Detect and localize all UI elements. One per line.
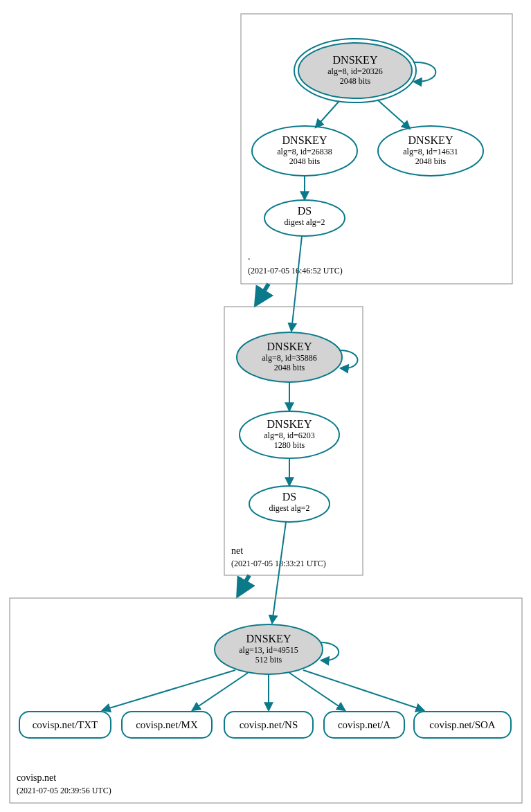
svg-text:2048 bits: 2048 bits <box>274 363 305 372</box>
node-root-ds: DS digest alg=2 <box>264 200 345 236</box>
zone-net-name: net <box>231 545 243 556</box>
svg-text:DNSKEY: DNSKEY <box>408 134 453 146</box>
zone-covisp: covisp.net (2021-07-05 20:39:56 UTC) DNS… <box>10 598 522 803</box>
svg-text:covisp.net/MX: covisp.net/MX <box>136 719 198 730</box>
rr-ns: covisp.net/NS <box>224 712 313 738</box>
zone-covisp-ts: (2021-07-05 20:39:56 UTC) <box>17 786 111 795</box>
zone-root-ts: (2021-07-05 16:46:52 UTC) <box>248 266 343 276</box>
svg-text:1280 bits: 1280 bits <box>274 440 305 450</box>
zone-net: net (2021-07-05 18:33:21 UTC) DNSKEY alg… <box>224 307 363 575</box>
svg-text:digest alg=2: digest alg=2 <box>284 217 325 227</box>
node-root-ksk: DNSKEY alg=8, id=20326 2048 bits <box>294 39 435 102</box>
svg-text:alg=13, id=49515: alg=13, id=49515 <box>239 645 298 655</box>
node-root-zsk1: DNSKEY alg=8, id=26838 2048 bits <box>252 126 357 176</box>
rr-mx: covisp.net/MX <box>122 712 212 738</box>
svg-text:DS: DS <box>298 205 312 217</box>
svg-text:alg=8, id=14631: alg=8, id=14631 <box>403 147 458 156</box>
node-net-ds: DS digest alg=2 <box>249 486 330 522</box>
svg-text:alg=8, id=20326: alg=8, id=20326 <box>327 66 383 76</box>
zone-net-ts: (2021-07-05 18:33:21 UTC) <box>231 559 326 568</box>
svg-text:DNSKEY: DNSKEY <box>282 134 327 146</box>
svg-text:digest alg=2: digest alg=2 <box>269 503 309 513</box>
svg-text:2048 bits: 2048 bits <box>340 76 371 86</box>
node-net-ksk: DNSKEY alg=8, id=35886 2048 bits <box>237 332 358 382</box>
zone-covisp-name: covisp.net <box>17 773 56 783</box>
node-root-zsk2: DNSKEY alg=8, id=14631 2048 bits <box>378 126 483 176</box>
svg-text:DNSKEY: DNSKEY <box>333 54 378 66</box>
zone-root-name: . <box>248 251 251 262</box>
rr-a: covisp.net/A <box>324 712 404 738</box>
svg-text:covisp.net/A: covisp.net/A <box>338 719 390 730</box>
dnssec-chain-diagram: . (2021-07-05 16:46:52 UTC) DNSKEY alg=8… <box>0 0 531 812</box>
svg-text:alg=8, id=35886: alg=8, id=35886 <box>262 353 317 363</box>
svg-text:DNSKEY: DNSKEY <box>246 633 291 644</box>
svg-text:covisp.net/TXT: covisp.net/TXT <box>33 719 98 730</box>
svg-text:512 bits: 512 bits <box>255 655 282 665</box>
svg-text:covisp.net/SOA: covisp.net/SOA <box>429 719 496 730</box>
svg-text:2048 bits: 2048 bits <box>289 156 321 166</box>
svg-text:DS: DS <box>282 491 296 503</box>
node-net-zsk: DNSKEY alg=8, id=6203 1280 bits <box>240 411 339 458</box>
svg-text:DNSKEY: DNSKEY <box>267 341 312 352</box>
svg-text:alg=8, id=6203: alg=8, id=6203 <box>264 431 315 440</box>
rr-soa: covisp.net/SOA <box>414 712 511 738</box>
zone-root: . (2021-07-05 16:46:52 UTC) DNSKEY alg=8… <box>241 14 512 284</box>
svg-text:DNSKEY: DNSKEY <box>267 418 312 430</box>
svg-text:covisp.net/NS: covisp.net/NS <box>240 719 298 730</box>
node-covisp-ksk: DNSKEY alg=13, id=49515 512 bits <box>215 624 339 674</box>
rr-txt: covisp.net/TXT <box>19 712 111 738</box>
svg-text:alg=8, id=26838: alg=8, id=26838 <box>277 147 332 156</box>
svg-text:2048 bits: 2048 bits <box>415 156 447 166</box>
